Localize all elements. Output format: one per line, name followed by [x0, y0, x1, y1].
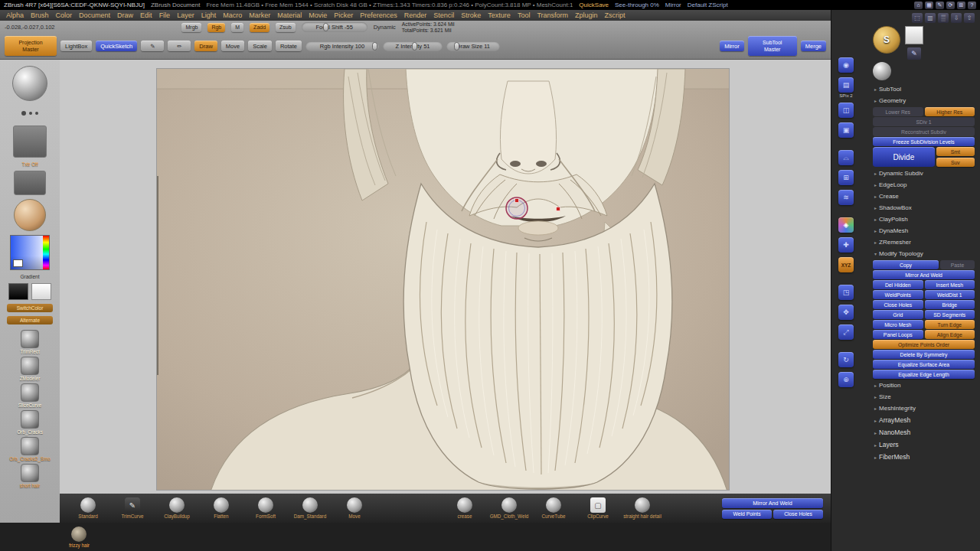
menu-zplugin[interactable]: Zplugin — [575, 11, 598, 19]
btn-panel-loops[interactable]: Panel Loops — [873, 330, 923, 339]
brush-claybuildup[interactable]: ClayBuildup — [156, 497, 198, 519]
zsub-button[interactable]: Zsub — [276, 23, 296, 32]
stroke-icon[interactable] — [17, 105, 43, 122]
btn-optimize-points-order[interactable]: Optimize Points Order — [873, 340, 975, 349]
section-claypolish[interactable]: ▸ClayPolish — [873, 214, 975, 225]
section-shadowbox[interactable]: ▸ShadowBox — [873, 202, 975, 214]
scale-button[interactable]: Scale — [248, 41, 272, 51]
persp-icon[interactable]: ⌓ — [838, 150, 854, 165]
tray-btn-weld-points[interactable]: Weld Points — [722, 510, 772, 519]
menu-picker[interactable]: Picker — [334, 11, 353, 19]
btn-delete-by-symmetry[interactable]: Delete By Symmetry — [873, 350, 975, 359]
merge-plugin-button[interactable]: Merge — [801, 41, 826, 51]
btn-freeze-subdivision-levels[interactable]: Freeze SubDivision Levels — [873, 137, 975, 146]
section-nanomesh[interactable]: ▸NanoMesh — [873, 426, 975, 439]
section-layers[interactable]: ▸Layers — [873, 439, 975, 451]
section-dynamesh[interactable]: ▸DynaMesh — [873, 225, 975, 236]
menu-alpha[interactable]: Alpha — [6, 11, 24, 19]
save-tool-icon[interactable]: ▥ — [925, 13, 936, 23]
layout-icon[interactable]: ⊞ — [957, 2, 965, 9]
section-subtool[interactable]: ▸SubTool — [873, 83, 975, 95]
brush-clipcurve[interactable]: ▢ClipCurve — [577, 497, 619, 519]
menu-layer[interactable]: Layer — [177, 11, 194, 19]
sidebar-tool-orb-cracks2-smo[interactable]: Orb_Cracks2_Smo — [9, 437, 51, 461]
dynamic-label[interactable]: Dynamic — [374, 24, 396, 31]
copy-tool-icon[interactable]: ▒ — [938, 13, 949, 23]
hue-strip[interactable] — [43, 236, 49, 269]
rotate-button[interactable]: Rotate — [276, 41, 302, 51]
btn-bridge[interactable]: Bridge — [925, 300, 975, 309]
section-fibermesh[interactable]: ▸FiberMesh — [873, 451, 975, 463]
section-edgeloop[interactable]: ▸EdgeLoop — [873, 179, 975, 191]
canvas-area[interactable] — [60, 60, 831, 494]
edit-pen-icon[interactable]: ✎ — [907, 47, 921, 60]
import-icon[interactable]: ⇩ — [951, 13, 962, 23]
btn-weldpoints[interactable]: WeldPoints — [873, 290, 923, 299]
load-tool-icon[interactable]: ⬚ — [912, 13, 923, 23]
brush-curvetube[interactable]: CurveTube — [533, 497, 574, 519]
section-modify-topology[interactable]: ▾Modify Topology — [873, 248, 975, 259]
color-picker[interactable] — [10, 235, 50, 270]
menu-preferences[interactable]: Preferences — [360, 11, 397, 19]
brush-formsoft[interactable]: FormSoft — [245, 497, 286, 519]
section-meshintegrity[interactable]: ▸MeshIntegrity — [873, 403, 975, 414]
projection-master-button[interactable]: ProjectionMaster — [5, 36, 57, 56]
btn-del-hidden[interactable]: Del Hidden — [873, 280, 923, 289]
sidebar-tool-orb-cracks[interactable]: Orb_Cracks — [17, 410, 43, 435]
menu-draw[interactable]: Draw — [117, 11, 133, 19]
btn-copy[interactable]: Copy — [873, 260, 939, 269]
aahalf-icon[interactable]: ◫ — [838, 103, 854, 118]
move-button[interactable]: Move — [221, 41, 244, 51]
section-dynamic-subdiv[interactable]: ▸Dynamic Subdiv — [873, 168, 975, 179]
transp-icon[interactable]: ✚ — [838, 237, 854, 253]
frame-icon[interactable]: ◳ — [838, 285, 854, 300]
alpha-thumb[interactable] — [13, 126, 47, 158]
z-intensity-slider[interactable]: Z Intensity 51 — [383, 41, 443, 51]
xyz-icon[interactable]: XYZ — [838, 257, 854, 272]
menu-transform[interactable]: Transform — [537, 11, 568, 19]
btn-sd-segments[interactable]: SD Segments — [925, 310, 975, 319]
sidebar-tool-slicecurve[interactable]: SliceCurve — [18, 383, 41, 408]
btn-micro-mesh[interactable]: Micro Mesh — [873, 320, 923, 329]
zadd-button[interactable]: Zadd — [250, 23, 270, 32]
brush-trimcurve[interactable]: ✎TrimCurve — [112, 497, 153, 519]
texture-thumb[interactable] — [14, 171, 46, 195]
home-icon[interactable]: ⌂ — [914, 2, 923, 9]
menu-stencil[interactable]: Stencil — [433, 11, 454, 19]
rgb-intensity-slider[interactable]: Rgb Intensity 100 — [305, 41, 379, 51]
btn-turn-edge[interactable]: Turn Edge — [925, 320, 975, 329]
spix-icon[interactable]: ▤ — [838, 77, 854, 93]
m-button[interactable]: M — [231, 23, 243, 32]
divide-button[interactable]: Divide — [873, 147, 935, 167]
see-through-slider[interactable]: See-through 0% — [615, 2, 659, 8]
secondary-color-swatch[interactable] — [31, 283, 51, 300]
btn-close-holes[interactable]: Close Holes — [873, 300, 923, 309]
btn-align-edge[interactable]: Align Edge — [925, 330, 975, 339]
btn-equalize-edge-length[interactable]: Equalize Edge Length — [873, 370, 975, 379]
quicksketch-button[interactable]: QuickSketch — [96, 41, 137, 51]
mirror-toggle[interactable]: Mirror — [665, 2, 681, 8]
focal-shift-slider[interactable]: Focal Shift -55 — [302, 22, 368, 32]
edit-object-icon[interactable]: ✏ — [168, 41, 191, 51]
brush-standard[interactable]: Standard — [67, 497, 109, 519]
draw-size-slider[interactable]: Draw Size 11 — [446, 41, 500, 51]
btn-welddist-1[interactable]: WeldDist 1 — [925, 290, 975, 299]
help-icon[interactable]: ? — [968, 2, 976, 9]
refresh-icon[interactable]: ⟳ — [946, 2, 955, 9]
menu-marker[interactable]: Marker — [249, 11, 270, 19]
export-icon[interactable]: ⇧ — [964, 13, 975, 23]
mirror-plugin-button[interactable]: Mirror — [720, 41, 744, 51]
brush-dam-standard[interactable]: Dam_Standard — [289, 497, 331, 519]
alpha-tool-thumb[interactable] — [905, 26, 923, 44]
polyframe-icon[interactable]: ◈ — [838, 217, 854, 233]
floor-icon[interactable]: ⊞ — [838, 170, 854, 185]
lsym-icon[interactable]: ≋ — [838, 190, 854, 205]
gradient-label[interactable]: Gradient — [21, 274, 40, 279]
btn-suv[interactable]: Suv — [936, 158, 975, 167]
actual-icon[interactable]: ▣ — [838, 122, 854, 138]
current-tool-thumb[interactable]: S — [873, 26, 900, 54]
move-doc-icon[interactable]: ✥ — [838, 305, 854, 320]
zoom-icon[interactable]: ⊕ — [838, 372, 854, 387]
switch-color-button[interactable]: SwitchColor — [7, 304, 53, 312]
btn-smt[interactable]: Smt — [936, 147, 975, 156]
